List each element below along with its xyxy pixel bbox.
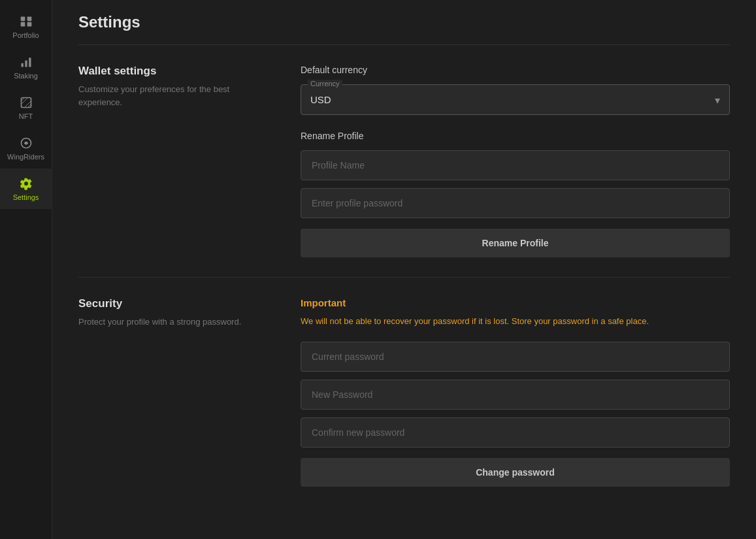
sidebar-item-staking[interactable]: Staking bbox=[0, 47, 52, 88]
currency-group: Default currency Currency USD EUR GBP AD… bbox=[301, 65, 730, 115]
sidebar-item-portfolio[interactable]: Portfolio bbox=[0, 7, 52, 47]
nft-icon bbox=[19, 95, 33, 110]
wallet-settings-title: Wallet settings bbox=[78, 65, 261, 78]
sidebar-label-wingriders: WingRiders bbox=[7, 153, 44, 161]
svg-rect-6 bbox=[29, 57, 31, 67]
svg-rect-3 bbox=[27, 22, 31, 27]
profile-password-input[interactable] bbox=[301, 188, 730, 218]
change-password-button[interactable]: Change password bbox=[301, 458, 730, 487]
settings-icon bbox=[19, 176, 33, 191]
security-right: Important We will not be able to recover… bbox=[301, 297, 730, 487]
security-desc: Protect your profile with a strong passw… bbox=[78, 316, 261, 329]
svg-rect-1 bbox=[27, 17, 31, 22]
currency-select-wrapper[interactable]: Currency USD EUR GBP ADA ▾ bbox=[301, 84, 730, 115]
page-title: Settings bbox=[78, 13, 730, 31]
sidebar-item-nft[interactable]: NFT bbox=[0, 88, 52, 128]
wingriders-icon bbox=[19, 136, 33, 150]
sidebar-label-staking: Staking bbox=[14, 72, 38, 80]
svg-rect-2 bbox=[20, 22, 25, 27]
security-left: Security Protect your profile with a str… bbox=[78, 297, 261, 487]
important-text: We will not be able to recover your pass… bbox=[301, 315, 730, 329]
sidebar-item-settings[interactable]: Settings bbox=[0, 169, 52, 209]
security-title: Security bbox=[78, 297, 261, 310]
default-currency-label: Default currency bbox=[301, 65, 730, 75]
confirm-password-input[interactable] bbox=[301, 417, 730, 448]
sidebar-label-portfolio: Portfolio bbox=[12, 31, 39, 39]
wallet-settings-left: Wallet settings Customize your preferenc… bbox=[78, 65, 261, 257]
rename-profile-button[interactable]: Rename Profile bbox=[301, 229, 730, 257]
wallet-settings-desc: Customize your preferences for the best … bbox=[78, 83, 261, 108]
svg-rect-4 bbox=[21, 63, 23, 67]
sidebar-label-settings: Settings bbox=[13, 193, 39, 201]
current-password-input[interactable] bbox=[301, 342, 730, 372]
sidebar-label-nft: NFT bbox=[19, 112, 33, 120]
important-title: Important bbox=[301, 297, 730, 308]
top-divider bbox=[78, 44, 730, 45]
section-divider bbox=[78, 277, 730, 278]
wallet-settings-section: Wallet settings Customize your preferenc… bbox=[78, 65, 730, 257]
wallet-settings-right: Default currency Currency USD EUR GBP AD… bbox=[301, 65, 730, 257]
sidebar: Portfolio Staking NFT W bbox=[0, 0, 52, 539]
currency-field-label: Currency bbox=[308, 80, 342, 88]
currency-select[interactable]: USD EUR GBP ADA bbox=[301, 85, 729, 114]
portfolio-icon bbox=[19, 14, 33, 29]
svg-rect-0 bbox=[20, 17, 25, 22]
new-password-input[interactable] bbox=[301, 380, 730, 410]
security-section: Security Protect your profile with a str… bbox=[78, 297, 730, 487]
rename-profile-group: Rename Profile Rename Profile bbox=[301, 131, 730, 257]
important-notice: Important We will not be able to recover… bbox=[301, 297, 730, 329]
main-content: Settings Wallet settings Customize your … bbox=[52, 0, 756, 539]
sidebar-item-wingriders[interactable]: WingRiders bbox=[0, 128, 52, 169]
svg-rect-5 bbox=[25, 61, 27, 67]
rename-profile-label: Rename Profile bbox=[301, 131, 730, 141]
profile-name-input[interactable] bbox=[301, 150, 730, 180]
staking-icon bbox=[19, 55, 33, 69]
